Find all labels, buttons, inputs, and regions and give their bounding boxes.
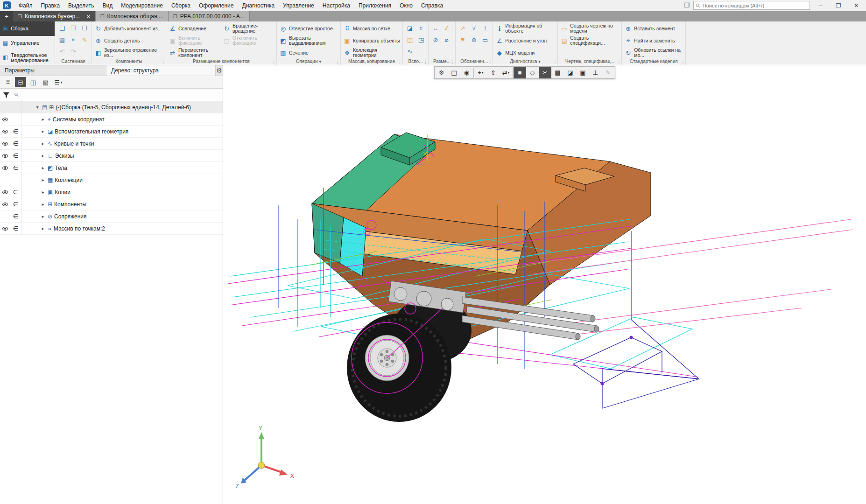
insert-element-button[interactable]: ⊕Вставить элемент <box>623 22 684 35</box>
close-button[interactable]: ✕ <box>849 1 863 10</box>
leader-icon[interactable]: ↗ <box>457 22 468 34</box>
linear-dimension-icon[interactable]: ↔ <box>430 22 441 34</box>
minimize-button[interactable]: – <box>814 1 828 10</box>
spline-point-icon[interactable]: ∿ <box>404 46 415 57</box>
move-mode-button[interactable]: ⇄▾ <box>500 67 512 78</box>
eye-icon[interactable] <box>2 227 8 231</box>
expand-arrow-icon[interactable]: ▸ <box>40 189 46 195</box>
eye-icon[interactable] <box>2 154 8 158</box>
geometry-collection-button[interactable]: ❖Коллекция геометрии <box>342 47 401 59</box>
new-tab-button[interactable]: + <box>0 11 13 21</box>
rotation-rotation-button[interactable]: ↻Вращение-вращение <box>222 22 275 35</box>
mode-tab-assembly[interactable]: ▣Сборка <box>0 21 55 36</box>
hide-construction-button[interactable]: ✂ <box>539 67 551 78</box>
section-grip-icon[interactable]: ⋮ <box>488 59 492 65</box>
layer-plane-icon[interactable]: ◫ <box>404 34 415 46</box>
section-grip-icon[interactable]: ⋮ <box>336 59 340 65</box>
move-component-button[interactable]: ⇄Переместить компонент <box>168 47 221 59</box>
tree-item-sketches[interactable]: ∈▸∟Эскизы <box>0 150 223 162</box>
expand-arrow-icon[interactable]: ▸ <box>40 202 46 207</box>
tree-item-point-array[interactable]: ∈▸⠶Массив по точкам:2 <box>0 223 223 235</box>
tree-item-components[interactable]: ∈▸⊞Компоненты <box>0 198 223 210</box>
visibility-cell[interactable] <box>0 150 10 161</box>
simple-hole-button[interactable]: ◎Отверстие простое <box>278 22 339 35</box>
expand-arrow-icon[interactable]: ▸ <box>40 153 46 158</box>
zoom-tools-button[interactable]: ⌖▾ <box>474 67 487 78</box>
section-display-button[interactable]: ◪ <box>564 67 577 78</box>
menu-item-view[interactable]: Вид <box>98 0 117 11</box>
tree-area-select-button[interactable]: ▧ <box>40 77 51 87</box>
update-links-button[interactable]: ↻Обновить ссылки на мо... <box>623 47 684 59</box>
find-replace-button[interactable]: ⌖Найти и заменить <box>623 35 684 47</box>
section-grip-icon[interactable]: ⋮ <box>553 59 557 65</box>
menu-item-settings[interactable]: Настройка <box>318 0 354 11</box>
object-info-button[interactable]: ℹИнформация об объекте <box>494 22 556 35</box>
command-search-input[interactable] <box>703 3 807 8</box>
position-icon[interactable]: ⊕ <box>468 34 479 46</box>
tree-item-auxiliary-geometry[interactable]: ∈▸◪Вспомогательная геометрия <box>0 126 223 138</box>
menu-item-modeling[interactable]: Моделирование <box>117 0 167 11</box>
visibility-cell[interactable] <box>0 186 10 198</box>
viewport[interactable]: Y X Z ⚙◳◉⌖▾⇧⇄▾■◇✂▤◪▣⊥✎ <box>223 65 866 504</box>
diameter-dimension-icon[interactable]: ⌀ <box>441 34 452 46</box>
visibility-cell[interactable] <box>0 210 10 222</box>
section-button[interactable]: ▥Сечение <box>278 47 339 59</box>
copy-objects-button[interactable]: ▣Копировать объекты <box>342 35 401 47</box>
expand-arrow-icon[interactable]: ▸ <box>40 214 46 219</box>
local-csys-button[interactable]: ◳ <box>448 67 460 78</box>
tree-composition-button[interactable]: ◫ <box>28 77 39 87</box>
menu-item-applications[interactable]: Приложения <box>354 0 395 11</box>
new-document-icon[interactable]: ❏ <box>56 22 68 34</box>
mass-properties-button[interactable]: ◆МЦХ модели <box>494 47 556 59</box>
section-grip-icon[interactable]: ⋮ <box>398 59 402 65</box>
filter-funnel-icon[interactable] <box>3 91 10 98</box>
menu-item-diagnostics[interactable]: Диагностика <box>238 0 279 11</box>
menu-item-management[interactable]: Управление <box>279 0 318 11</box>
visibility-cell[interactable] <box>0 162 10 174</box>
eye-icon[interactable] <box>2 166 8 170</box>
cut-extrude-button[interactable]: ◩Вырезать выдавливанием <box>278 35 339 47</box>
tree-item-mates[interactable]: ∈▸⊘Сопряжения <box>0 210 223 223</box>
expand-arrow-icon[interactable]: ▸ <box>40 141 46 146</box>
menu-item-layout[interactable]: Оформление <box>195 0 238 11</box>
print-icon[interactable]: ▦ <box>56 34 68 46</box>
display-settings-button[interactable]: ⚙ <box>435 67 448 78</box>
tree-root-assembly[interactable]: ▾▤⊞(-)Сборка (Тел-5, Сборочных единиц-14… <box>0 101 223 113</box>
scene-clipboard-button[interactable]: ▣ <box>577 67 589 78</box>
eye-icon[interactable] <box>2 190 8 194</box>
visibility-cell[interactable] <box>0 223 10 234</box>
expand-arrow-icon[interactable]: ▸ <box>40 226 46 231</box>
tree-structure-view-button[interactable]: ⊟ <box>15 77 26 87</box>
shaded-display-button[interactable]: ■ <box>514 67 526 78</box>
eye-icon[interactable] <box>2 142 8 146</box>
connection-point-icon[interactable]: ⌗ <box>415 22 427 34</box>
section-grip-icon[interactable]: ⋮ <box>451 59 455 65</box>
constraints-display-button[interactable]: ⊥ <box>589 67 602 78</box>
expand-arrow-icon[interactable]: ▸ <box>40 117 46 122</box>
placement-mode-button[interactable]: ◉ <box>460 67 473 78</box>
visibility-cell[interactable] <box>0 138 10 149</box>
tolerance-frame-icon[interactable]: ▭ <box>479 34 491 46</box>
mode-tab-solid-modeling[interactable]: ◧Твердотельное моделирование <box>0 50 55 65</box>
datum-plane-icon[interactable]: ◪ <box>404 22 415 34</box>
panel-tab-parameters[interactable]: Параметры <box>0 65 106 76</box>
coincidence-button[interactable]: ∡Совпадение <box>168 22 221 35</box>
menu-item-file[interactable]: Файл <box>14 0 37 11</box>
create-specification-button[interactable]: ▤Создать спецификаци... <box>559 35 620 47</box>
orientation-button[interactable]: ⇧ <box>487 67 500 78</box>
panel-toggle-icon[interactable]: ❐ <box>684 2 690 9</box>
menu-item-window[interactable]: Окно <box>395 0 417 11</box>
visibility-cell[interactable] <box>0 126 10 137</box>
angular-dimension-icon[interactable]: ∠ <box>441 22 452 34</box>
section-grip-icon[interactable]: ⋮ <box>272 59 276 65</box>
command-search[interactable]: ⚲ <box>693 1 810 10</box>
open-document-icon[interactable]: ❐ <box>68 22 79 34</box>
tree-item-bodies[interactable]: ∈▸◩Тела <box>0 162 223 174</box>
expand-arrow-icon[interactable]: ▸ <box>40 129 46 134</box>
tree-search-icon[interactable]: ⚲ <box>13 91 20 98</box>
create-drawing-button[interactable]: ▭Создать чертеж по модели <box>559 22 620 35</box>
visibility-cell[interactable] <box>0 198 10 210</box>
section-grip-icon[interactable]: ⋮ <box>87 59 91 65</box>
mode-tab-management[interactable]: ▤Управление <box>0 36 55 50</box>
menu-item-help[interactable]: Справка <box>417 0 447 11</box>
